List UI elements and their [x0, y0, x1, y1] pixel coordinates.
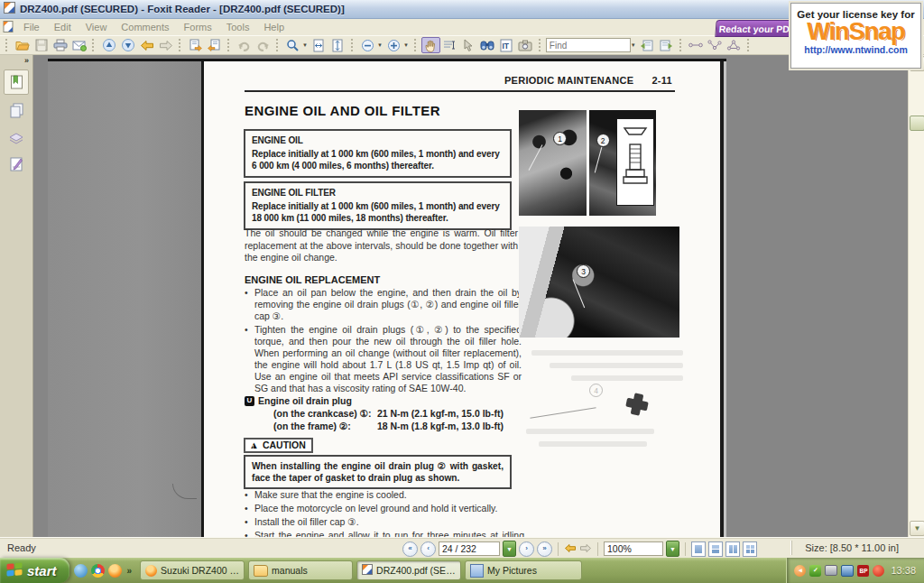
menu-forms[interactable]: Forms — [177, 21, 219, 33]
undo-button[interactable] — [235, 37, 254, 53]
signature-panel-button[interactable] — [5, 153, 28, 176]
page-number-input[interactable] — [439, 541, 500, 556]
zoom-level-input[interactable] — [604, 541, 663, 556]
next-view-down-button[interactable] — [118, 37, 137, 53]
document-window-icon[interactable] — [3, 21, 14, 34]
zoom-tool-dropdown-caret[interactable]: ▼ — [302, 42, 308, 48]
zoom-dropdown-button[interactable]: ▼ — [666, 541, 679, 557]
scan-right-strip — [724, 61, 726, 537]
layers-panel-button[interactable] — [5, 125, 28, 149]
search-button[interactable] — [478, 37, 497, 53]
continuous-view-button[interactable] — [708, 541, 723, 557]
chrome-quicklaunch-icon[interactable] — [91, 564, 105, 578]
menu-tools[interactable]: Tools — [219, 21, 257, 33]
ad-url[interactable]: http://www.ntwind.com — [791, 44, 920, 55]
menu-file[interactable]: File — [16, 21, 47, 33]
toolbar-grip[interactable] — [276, 39, 281, 51]
gasket-diagram-inset — [616, 118, 654, 206]
pages-panel-button[interactable] — [5, 98, 28, 122]
last-page-button[interactable]: » — [537, 541, 552, 557]
open-file-button[interactable] — [13, 37, 32, 53]
view-forward-button[interactable] — [579, 543, 592, 555]
facing-view-button[interactable] — [725, 541, 740, 557]
caution-triangle-icon: ▲ — [249, 440, 259, 450]
previous-page-button[interactable]: ‹ — [420, 541, 436, 557]
start-label: start — [27, 563, 57, 578]
email-button[interactable] — [69, 37, 88, 53]
menu-comments[interactable]: Comments — [114, 21, 176, 33]
toolbar-grip[interactable] — [227, 39, 232, 51]
toolbar-grip[interactable] — [414, 39, 419, 51]
firefox-quicklaunch-icon[interactable] — [108, 564, 122, 578]
taskbar-item-drz400-pdf[interactable]: DRZ400.pdf (SECUR... — [356, 560, 461, 580]
scrollbar-thumb[interactable] — [910, 116, 924, 131]
windows-taskbar: start » Suzuki DRZ400 - Стр... manuals D… — [0, 558, 924, 583]
taskbar-clock[interactable]: 13:38 — [891, 565, 916, 576]
menu-edit[interactable]: Edit — [47, 21, 79, 33]
previous-view-up-button[interactable] — [99, 37, 118, 53]
bp-app-tray-icon[interactable]: BP — [857, 565, 869, 577]
my-pictures-icon — [470, 564, 484, 578]
menu-help[interactable]: Help — [256, 21, 291, 33]
zoom-tool-button[interactable] — [283, 37, 302, 53]
opera-tray-icon[interactable] — [873, 565, 884, 577]
toolbar-grip[interactable] — [679, 39, 684, 51]
zoom-out-button[interactable] — [358, 37, 377, 53]
fit-width-button[interactable] — [310, 37, 328, 53]
select-annotation-button[interactable] — [459, 37, 478, 53]
taskbar-item-manuals[interactable]: manuals — [248, 560, 353, 580]
vertical-scrollbar[interactable]: ▲ ▼ — [908, 55, 924, 537]
extract-pages-button[interactable] — [205, 37, 224, 53]
select-text-button[interactable] — [440, 37, 459, 53]
zoom-in-button[interactable] — [384, 37, 403, 53]
find-input[interactable] — [546, 38, 631, 52]
page-dropdown-button[interactable]: ▼ — [503, 541, 516, 557]
toolbar-grip[interactable] — [5, 39, 10, 51]
snapshot-button[interactable] — [516, 37, 535, 53]
print-button[interactable] — [51, 37, 69, 53]
caution-box: When installing the engine oil drain plu… — [244, 455, 512, 489]
winsnap-ad-banner[interactable]: Get your license key for WinSnap http://… — [790, 3, 921, 69]
find-previous-button[interactable] — [638, 37, 657, 53]
fit-page-button[interactable] — [328, 37, 347, 53]
find-dropdown-caret[interactable]: ▼ — [631, 42, 636, 48]
security-shield-tray-icon[interactable]: ✓ — [809, 565, 821, 577]
go-forward-button[interactable] — [156, 37, 175, 53]
text-viewer-button[interactable]: IT — [497, 37, 516, 53]
document-workspace: PERIODIC MAINTENANCE 2-11 ENGINE OIL AND… — [33, 55, 908, 537]
save-button[interactable] — [32, 37, 51, 53]
messenger-quicklaunch-icon[interactable] — [74, 564, 88, 578]
sidebar-collapse-icon[interactable]: » — [24, 55, 32, 68]
go-back-button[interactable] — [137, 37, 156, 53]
taskbar-item-suzuki-drz400[interactable]: Suzuki DRZ400 - Стр... — [140, 560, 245, 580]
toolbar-grip[interactable] — [92, 39, 97, 51]
zoom-in-dropdown-caret[interactable]: ▼ — [403, 42, 409, 48]
single-page-view-button[interactable] — [691, 541, 706, 557]
network-tray-icon[interactable] — [841, 565, 854, 577]
start-button[interactable]: start — [0, 558, 69, 583]
next-page-button[interactable]: › — [519, 541, 534, 557]
toolbar-grip[interactable] — [539, 39, 543, 51]
printer-tray-icon[interactable] — [825, 565, 837, 576]
continuous-facing-view-button[interactable] — [743, 541, 757, 557]
menu-view[interactable]: View — [79, 21, 115, 33]
zoom-out-dropdown-caret[interactable]: ▼ — [377, 42, 383, 48]
hide-tray-icons-button[interactable]: ◂ — [794, 565, 806, 577]
measure-distance-button[interactable] — [687, 37, 706, 53]
winsnap-logo: WinSnap — [791, 20, 920, 44]
measure-area-button[interactable] — [725, 37, 744, 53]
measure-perimeter-button[interactable] — [706, 37, 725, 53]
scroll-down-arrow[interactable]: ▼ — [910, 521, 924, 536]
toolbar-grip[interactable] — [351, 39, 356, 51]
quicklaunch-overflow-chevron[interactable]: » — [125, 566, 134, 576]
toolbar-grip[interactable] — [747, 39, 752, 51]
find-next-button[interactable] — [657, 37, 676, 53]
first-page-button[interactable]: « — [402, 541, 418, 557]
redo-button[interactable] — [254, 37, 273, 53]
taskbar-item-my-pictures[interactable]: My Pictures — [465, 560, 582, 580]
insert-pages-button[interactable] — [186, 37, 205, 53]
toolbar-grip[interactable] — [179, 39, 183, 51]
bookmarks-panel-button[interactable] — [4, 69, 29, 95]
hand-tool-button[interactable] — [421, 37, 440, 53]
view-back-button[interactable] — [564, 543, 577, 555]
